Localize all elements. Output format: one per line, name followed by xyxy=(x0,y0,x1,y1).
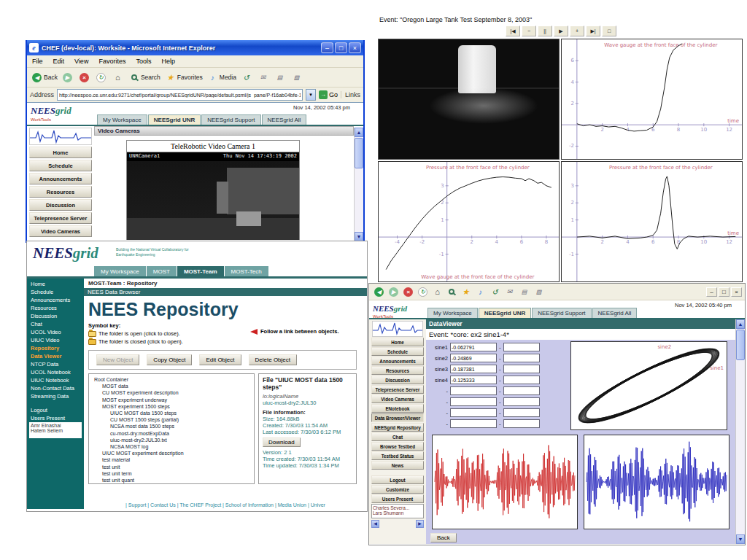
toolbar-button[interactable] xyxy=(416,286,430,298)
field-value-input[interactable] xyxy=(450,397,497,406)
toolbar-button[interactable] xyxy=(532,286,546,298)
playback-button[interactable]: ▶| xyxy=(586,26,600,36)
sidebar-button[interactable]: Schedule xyxy=(29,160,92,171)
scroll-thumb[interactable] xyxy=(736,330,745,360)
window-control-button[interactable]: □ xyxy=(719,287,729,297)
object-button[interactable]: New Object xyxy=(96,354,139,365)
sidebar-button[interactable]: Home xyxy=(29,147,92,158)
portal-tab[interactable]: NEESgrid UNR xyxy=(148,114,201,125)
field-value2-input[interactable] xyxy=(503,376,540,384)
toolbar-button[interactable] xyxy=(445,286,458,298)
scroll-up-button[interactable] xyxy=(736,319,745,329)
scroll-down-button[interactable] xyxy=(355,232,363,240)
field-value2-input[interactable] xyxy=(503,419,540,428)
toolbar-button[interactable] xyxy=(488,286,502,298)
toolbar-button[interactable] xyxy=(517,286,531,298)
title-bar[interactable]: e CHEF (dev-local): Worksite - Microsoft… xyxy=(27,40,363,55)
field-value2-input[interactable] xyxy=(503,386,540,395)
sidebar-item[interactable]: Chat xyxy=(27,320,84,328)
menu-item[interactable]: Help xyxy=(156,58,180,65)
tree-item[interactable]: Root Container xyxy=(90,376,252,383)
tree-item[interactable]: CU MOST experiment description xyxy=(90,389,252,396)
menu-item[interactable]: Tools xyxy=(131,58,156,65)
field-value2-input[interactable] xyxy=(503,354,540,362)
sidebar-item[interactable]: Schedule xyxy=(27,288,84,296)
sidebar-item[interactable]: NTCP Data xyxy=(27,360,84,368)
window-control-button[interactable]: – xyxy=(706,287,717,297)
back-button[interactable]: Back xyxy=(430,533,457,542)
sidebar-button[interactable]: Telepresence Server xyxy=(371,385,424,394)
sidebar-item[interactable]: Data Viewer xyxy=(27,352,84,360)
field-value-input[interactable] xyxy=(450,376,497,384)
tree-item[interactable]: uiuc-most-dry2:JUL30.txt xyxy=(90,437,252,443)
sidebar-button[interactable]: Discussion xyxy=(371,376,424,384)
toolbar-button[interactable]: Media xyxy=(206,71,239,84)
window-control-button[interactable]: × xyxy=(731,287,742,297)
playback-button[interactable]: ▶ xyxy=(554,26,568,36)
toolbar-button[interactable] xyxy=(290,71,306,84)
playback-button[interactable]: || xyxy=(538,26,552,36)
sidebar-item[interactable]: Resources xyxy=(27,304,84,312)
toolbar-button[interactable] xyxy=(111,71,127,84)
portal-tab[interactable]: My Workspace xyxy=(427,308,478,318)
field-value2-input[interactable] xyxy=(503,408,540,417)
field-value-input[interactable] xyxy=(450,354,497,362)
object-button[interactable]: Delete Object xyxy=(249,354,297,365)
links-label[interactable]: Links xyxy=(341,91,360,98)
toolbar-button[interactable] xyxy=(473,286,487,298)
menu-item[interactable]: View xyxy=(69,58,93,65)
sidebar-button[interactable]: Customize xyxy=(371,485,424,494)
tree-item[interactable]: MOST experiment 1500 steps xyxy=(90,403,252,410)
sidebar-item[interactable]: Streaming Data xyxy=(27,392,84,400)
field-value2-input[interactable] xyxy=(503,365,540,373)
sidebar-button[interactable]: Chat xyxy=(371,432,424,441)
toolbar-button[interactable] xyxy=(459,286,473,298)
field-value-input[interactable] xyxy=(450,408,497,417)
tree-item[interactable]: MOST data xyxy=(90,383,252,389)
sidebar-button[interactable]: Resources xyxy=(29,186,92,198)
sidebar-button[interactable]: Telepresence Server xyxy=(29,212,92,224)
toolbar-button[interactable]: Back xyxy=(30,71,60,84)
tree-item[interactable]: UIUC MOST data 1500 steps xyxy=(90,410,252,416)
object-button[interactable]: Copy Object xyxy=(147,354,192,365)
tree-item[interactable]: NCSA MOST log xyxy=(90,443,252,450)
object-button[interactable]: Edit Object xyxy=(199,354,241,365)
tree-item[interactable]: NCSA most data 1500 steps xyxy=(90,423,252,429)
sidebar-item[interactable]: UIUC Notebook xyxy=(27,376,84,384)
tree-item[interactable]: test unit term xyxy=(90,470,252,477)
toolbar-button[interactable] xyxy=(239,71,255,84)
sidebar-button[interactable]: Resources xyxy=(371,366,424,375)
window-control-button[interactable]: – xyxy=(321,42,333,53)
window-control-button[interactable]: × xyxy=(349,42,361,53)
toolbar-button[interactable] xyxy=(372,286,386,298)
window-control-button[interactable]: □ xyxy=(335,42,347,53)
tree-item[interactable]: MOST experiment underway xyxy=(90,397,252,403)
sidebar-button[interactable]: Home xyxy=(371,338,424,346)
download-button[interactable]: Download xyxy=(263,438,301,447)
portal-tab[interactable]: MOST xyxy=(147,266,177,276)
horizontal-scrollbar[interactable] xyxy=(371,520,424,528)
scroll-thumb[interactable] xyxy=(355,138,363,168)
sidebar-button[interactable]: Browse Testbed xyxy=(371,442,424,451)
sidebar-item[interactable]: Non-Contact Data xyxy=(27,384,84,392)
sidebar-button[interactable]: Data Browser/Viewer xyxy=(371,413,424,422)
toolbar-button[interactable] xyxy=(77,71,93,84)
sidebar-button[interactable]: Testbed Status xyxy=(371,451,424,460)
sidebar-button[interactable]: ENotebook xyxy=(371,404,424,413)
sidebar-button[interactable]: NEESgrid Repository xyxy=(371,423,424,432)
menu-item[interactable]: Favorites xyxy=(93,58,131,65)
sidebar-item[interactable]: Discussion xyxy=(27,312,84,320)
toolbar-button[interactable] xyxy=(256,71,272,84)
field-value2-input[interactable] xyxy=(503,397,540,406)
playback-button[interactable]: |◀ xyxy=(506,26,520,36)
playback-button[interactable]: + xyxy=(570,26,584,36)
portal-tab[interactable]: MOST-Team xyxy=(177,266,224,276)
sidebar-button[interactable]: Discussion xyxy=(29,199,92,211)
sidebar-button[interactable]: Announcements xyxy=(371,357,424,365)
toolbar-button[interactable] xyxy=(61,71,77,84)
sidebar-button[interactable]: News xyxy=(371,461,424,470)
toolbar-button[interactable] xyxy=(273,71,289,84)
footer-links[interactable]: | Support | Contact Us | The CHEF Projec… xyxy=(84,502,367,508)
scrollbar[interactable] xyxy=(735,319,745,544)
sidebar-button[interactable]: Video Cameras xyxy=(29,225,92,237)
